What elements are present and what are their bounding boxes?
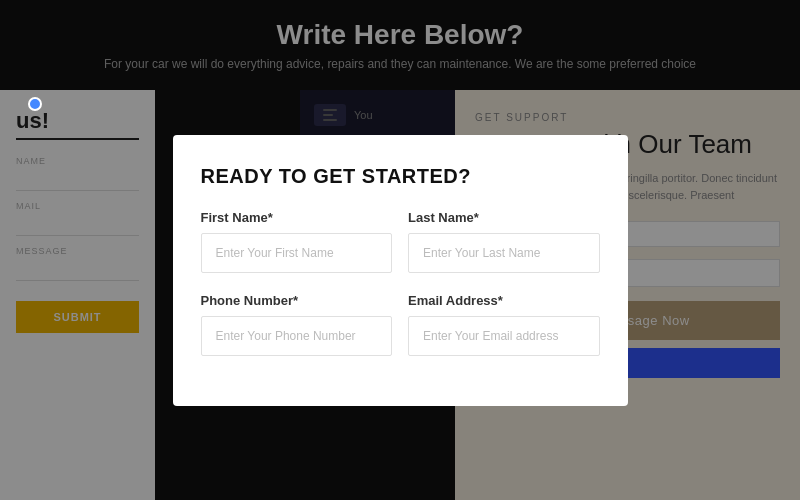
first-name-field: First Name* (201, 210, 393, 273)
last-name-input[interactable] (408, 233, 600, 273)
first-name-label: First Name* (201, 210, 393, 225)
modal-title: READY TO GET STARTED? (201, 165, 600, 188)
phone-field: Phone Number* (201, 293, 393, 356)
email-label: Email Address* (408, 293, 600, 308)
first-name-input[interactable] (201, 233, 393, 273)
modal-row-2: Phone Number* Email Address* (201, 293, 600, 356)
blue-dot-indicator (28, 97, 42, 111)
phone-input[interactable] (201, 316, 393, 356)
modal-overlay: READY TO GET STARTED? First Name* Last N… (0, 0, 800, 500)
modal-dialog: READY TO GET STARTED? First Name* Last N… (173, 135, 628, 406)
last-name-label: Last Name* (408, 210, 600, 225)
last-name-field: Last Name* (408, 210, 600, 273)
email-input[interactable] (408, 316, 600, 356)
phone-label: Phone Number* (201, 293, 393, 308)
modal-row-1: First Name* Last Name* (201, 210, 600, 273)
email-field: Email Address* (408, 293, 600, 356)
